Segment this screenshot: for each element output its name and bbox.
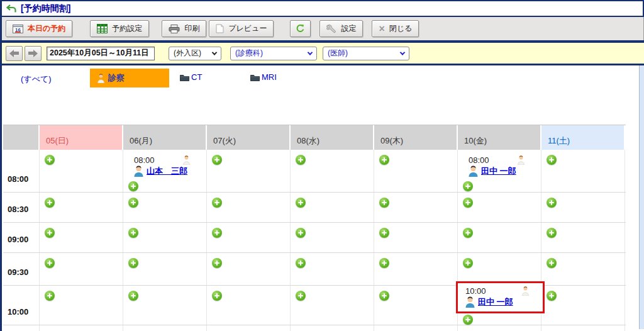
add-appointment-button[interactable] — [296, 198, 306, 208]
add-appointment-button[interactable] — [296, 228, 306, 238]
add-appointment-button[interactable] — [212, 258, 222, 268]
add-appointment-button[interactable] — [296, 155, 306, 165]
add-appointment-button[interactable] — [547, 228, 557, 238]
tab-ct[interactable]: CT — [180, 72, 202, 82]
add-appointment-button[interactable] — [379, 291, 389, 301]
calendar-cell — [291, 253, 374, 285]
page-title: [予約時間割] — [21, 3, 70, 14]
calendar-cell — [207, 286, 291, 325]
add-appointment-button[interactable] — [547, 258, 557, 268]
calendar-cell — [374, 193, 458, 222]
add-appointment-button[interactable] — [379, 198, 389, 208]
calendar-cell — [207, 193, 291, 222]
add-appointment-button[interactable] — [212, 155, 222, 165]
today-reservations-button[interactable]: 16 本日の予約 — [6, 20, 72, 37]
appointment: 08:00山本 三郎 — [126, 152, 204, 180]
add-appointment-button[interactable] — [379, 228, 389, 238]
toolbar: 16 本日の予約 予約設定 印刷 プレビュー — [2, 17, 644, 40]
calendar-cell — [458, 223, 541, 252]
add-appointment-button[interactable] — [45, 228, 55, 238]
add-appointment-button[interactable] — [128, 181, 138, 191]
close-icon: × — [379, 24, 384, 34]
patient-name-link[interactable]: 田中 一郎 — [478, 296, 513, 308]
time-slot-label — [3, 325, 40, 331]
day-header: 05(日) — [40, 125, 123, 150]
preview-button[interactable]: プレビュー — [209, 20, 274, 37]
add-appointment-button[interactable] — [45, 291, 55, 301]
print-button[interactable]: 印刷 — [162, 20, 206, 37]
add-appointment-button[interactable] — [128, 198, 138, 208]
calendar-cell — [458, 325, 541, 331]
time-slot-label: 08:30 — [3, 193, 40, 222]
calendar-cell — [40, 150, 123, 192]
calendar-cell — [291, 325, 374, 331]
tab-ct-label: CT — [191, 72, 202, 82]
calendar-cell: 08:00山本 三郎 — [123, 150, 207, 192]
add-appointment-button[interactable] — [45, 198, 55, 208]
calendar-cell — [123, 286, 207, 325]
doctor-icon — [521, 286, 530, 296]
tab-mri-label: MRI — [262, 72, 277, 82]
highlighted-appointment: 10:00田中 一郎 — [456, 281, 545, 313]
doctor-icon — [517, 155, 525, 165]
calendar-cell — [207, 253, 291, 285]
refresh-button[interactable] — [290, 20, 311, 37]
add-appointment-button[interactable] — [45, 155, 55, 165]
settings-button[interactable]: 設定 — [319, 20, 363, 37]
add-appointment-button[interactable] — [212, 228, 222, 238]
date-navigation-bar: (外入区) (診療科) (医師) — [2, 43, 644, 64]
calendar-cell — [291, 286, 374, 325]
vertical-scrollbar-track[interactable] — [639, 65, 644, 329]
add-appointment-button[interactable] — [379, 155, 389, 165]
patient-name-link[interactable]: 田中 一郎 — [481, 166, 516, 177]
add-appointment-button[interactable] — [463, 258, 473, 268]
reservation-settings-button[interactable]: 予約設定 — [90, 20, 149, 37]
add-appointment-button[interactable] — [45, 258, 55, 268]
tab-mri[interactable]: MRI — [250, 72, 277, 82]
add-appointment-button[interactable] — [463, 181, 473, 191]
add-appointment-button[interactable] — [212, 291, 222, 301]
add-appointment-button[interactable] — [128, 258, 138, 268]
add-appointment-button[interactable] — [128, 291, 138, 301]
time-slot-row: 08:0008:00山本 三郎08:00田中 一郎 — [3, 150, 626, 193]
next-week-button[interactable] — [25, 46, 42, 61]
back-arrow-icon[interactable] — [6, 4, 16, 13]
time-slot-label: 10:00 — [3, 286, 40, 325]
calendar-cell — [207, 325, 291, 331]
calendar-cell: 08:00田中 一郎 — [458, 150, 541, 192]
calendar-cell — [123, 253, 207, 285]
folder-icon — [250, 74, 260, 81]
chevron-down-icon — [400, 50, 405, 55]
close-label: 閉じる — [389, 23, 413, 34]
calendar-cell — [123, 325, 207, 331]
patient-name-link[interactable]: 山本 三郎 — [147, 166, 187, 177]
add-appointment-button[interactable] — [379, 258, 389, 268]
add-appointment-button[interactable] — [547, 198, 557, 208]
close-button[interactable]: × 閉じる — [372, 20, 419, 37]
add-appointment-button[interactable] — [463, 198, 473, 208]
day-header: 10(金) — [458, 125, 541, 150]
add-appointment-button[interactable] — [296, 258, 306, 268]
department-select[interactable]: (診療科) — [230, 47, 317, 60]
add-appointment-button[interactable] — [547, 291, 557, 301]
add-appointment-button[interactable] — [463, 228, 473, 238]
title-bar: [予約時間割] — [2, 0, 644, 17]
add-appointment-button[interactable] — [463, 315, 473, 325]
add-appointment-button[interactable] — [547, 155, 557, 165]
add-appointment-button[interactable] — [128, 228, 138, 238]
refresh-icon — [296, 24, 305, 33]
tab-all[interactable]: (すべて) — [21, 74, 52, 85]
calendar-cell — [40, 325, 123, 331]
date-range-input[interactable] — [47, 47, 155, 60]
patient-type-value: (外入区) — [174, 48, 201, 59]
appointment-header: 08:00 — [130, 155, 201, 165]
calendar-grid: 05(日)06(月)07(火)08(水)09(木)10(金)11(土)08:00… — [3, 125, 626, 331]
appointment-patient-row: 山本 三郎 — [130, 166, 201, 177]
tab-exam-selected[interactable]: 診察 — [90, 69, 169, 87]
add-appointment-button[interactable] — [296, 291, 306, 301]
previous-week-button[interactable] — [6, 46, 23, 61]
patient-type-select[interactable]: (外入区) — [169, 47, 221, 60]
calendar-cell — [541, 193, 625, 222]
doctor-select[interactable]: (医師) — [323, 47, 409, 60]
add-appointment-button[interactable] — [212, 198, 222, 208]
